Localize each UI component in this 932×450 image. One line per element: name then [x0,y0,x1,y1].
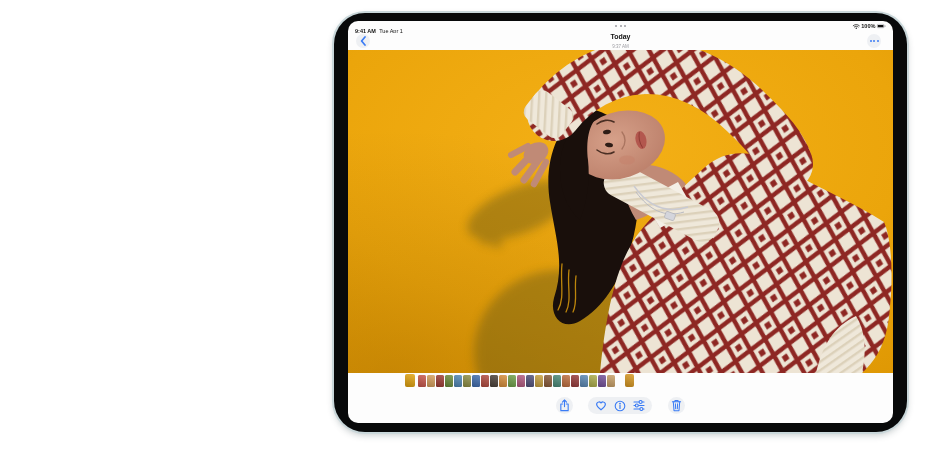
thumbnail[interactable] [526,375,534,387]
thumbnail[interactable] [472,375,480,387]
photo-illustration [348,50,893,373]
thumbnail[interactable] [490,375,498,387]
thumbnail[interactable] [481,375,489,387]
multitasking-indicator[interactable] [348,25,893,27]
wifi-icon [853,23,860,29]
ipad-device-frame: 9:41 AMTue Apr 1 100% [334,13,907,432]
trash-icon [671,399,682,412]
thumbnail[interactable] [562,375,570,387]
photo-timestamp: 9:37 AM [484,44,757,49]
thumbnail[interactable] [625,374,634,387]
nav-bar: Today 9:37 AM [348,33,893,50]
battery-percent: 100% [861,23,875,29]
battery-icon [877,24,886,29]
thumbnail[interactable] [463,375,471,387]
bottom-toolbar [348,397,893,414]
thumbnail[interactable] [499,375,507,387]
thumbnail[interactable] [571,375,579,387]
more-options-button[interactable] [867,34,881,48]
thumbnail[interactable] [436,375,444,387]
photo-view[interactable] [348,50,893,373]
thumbnail[interactable] [427,375,435,387]
status-right-cluster: 100% [853,23,886,29]
thumbnail[interactable] [589,375,597,387]
thumbnail[interactable] [445,375,453,387]
page-title: Today [462,33,778,40]
thumbnail[interactable] [535,375,543,387]
page: 9:41 AMTue Apr 1 100% [0,0,932,450]
thumbnail[interactable] [598,375,606,387]
delete-button[interactable] [668,397,685,414]
share-icon [559,399,570,412]
thumbnail[interactable] [544,375,552,387]
thumbnail[interactable] [454,375,462,387]
thumbnail[interactable] [517,375,525,387]
thumbnail[interactable] [553,375,561,387]
share-button[interactable] [556,397,573,414]
thumbnail-strip[interactable] [405,374,635,387]
thumbnail[interactable] [405,374,415,387]
adjust-button sliders-icon[interactable] [633,400,645,411]
thumbnail[interactable] [580,375,588,387]
thumbnail[interactable] [418,375,426,387]
thumbnail[interactable] [508,375,516,387]
action-pill [588,397,652,414]
thumbnail[interactable] [607,375,615,387]
info-button info-icon[interactable] [614,400,626,412]
favorite-button heart-icon[interactable] [595,400,607,411]
status-bar: 9:41 AMTue Apr 1 100% [348,21,893,33]
ipad-screen: 9:41 AMTue Apr 1 100% [348,21,893,423]
